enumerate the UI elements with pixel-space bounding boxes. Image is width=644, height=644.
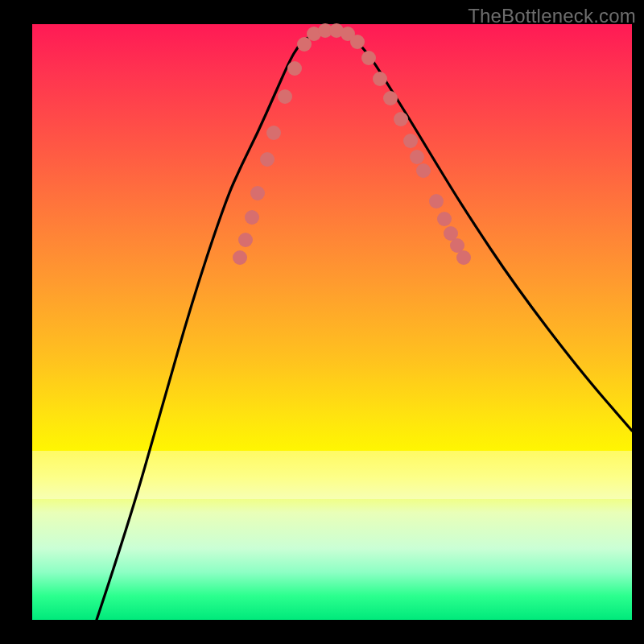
- chart-frame: TheBottleneck.com: [0, 0, 644, 644]
- data-dot: [266, 126, 281, 140]
- data-dot: [245, 210, 259, 225]
- plot-area: [32, 24, 632, 620]
- data-dot: [429, 194, 444, 208]
- data-dot: [437, 212, 452, 226]
- data-dot: [361, 51, 376, 65]
- data-dot: [250, 186, 265, 200]
- data-dot: [403, 134, 418, 148]
- data-dots: [233, 23, 471, 265]
- data-dot: [394, 112, 408, 126]
- data-dot: [416, 163, 431, 178]
- data-dot: [383, 91, 398, 105]
- data-dot: [238, 233, 253, 247]
- data-dot: [373, 72, 387, 86]
- data-dot: [410, 150, 424, 164]
- data-dot: [233, 250, 247, 265]
- data-dot: [278, 89, 292, 104]
- data-dot: [456, 250, 471, 265]
- curve-svg: [32, 24, 632, 620]
- data-dot: [350, 35, 365, 49]
- bottleneck-curve: [97, 31, 632, 620]
- data-dot: [287, 61, 302, 76]
- data-dot: [260, 152, 275, 167]
